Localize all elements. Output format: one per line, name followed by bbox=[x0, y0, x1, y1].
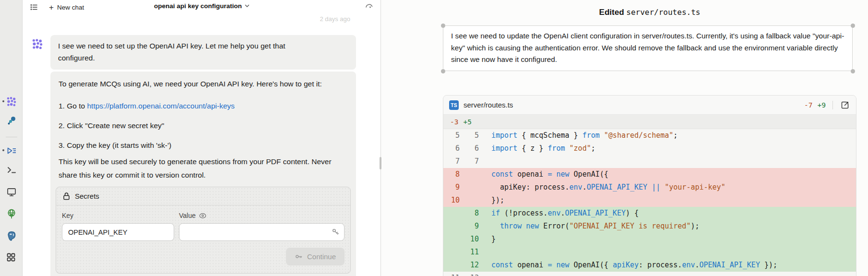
hunk-removed: -3 bbox=[450, 118, 458, 126]
header-separator bbox=[832, 101, 833, 109]
diff-card: TS server/routes.ts -7 +9 -3 +5 55import… bbox=[443, 95, 856, 276]
diff-row: 10}); bbox=[443, 194, 856, 207]
diff-row: 12const openai = new OpenAI({ apiKey: pr… bbox=[443, 259, 856, 272]
diff-row: 9 throw new Error("OPENAI_API_KEY is req… bbox=[443, 220, 856, 233]
hunk-stats: -3 +5 bbox=[443, 115, 856, 129]
diff-header: TS server/routes.ts -7 +9 bbox=[443, 96, 856, 115]
diff-row: 8const openai = new OpenAI({ bbox=[443, 168, 856, 181]
edit-preview-panel: Edited server/routes.ts I see we need to… bbox=[382, 0, 868, 276]
key-icon bbox=[295, 252, 303, 261]
selection-handle[interactable] bbox=[851, 69, 855, 73]
all-tools-icon[interactable] bbox=[6, 252, 17, 262]
workflows-icon[interactable] bbox=[6, 145, 17, 156]
secret-key-input[interactable] bbox=[62, 223, 174, 241]
continue-label: Continue bbox=[307, 252, 336, 261]
list-item: 1. Go to https://platform.openai.com/acc… bbox=[59, 100, 348, 112]
chevron-down-icon bbox=[245, 4, 250, 8]
value-label: Value bbox=[179, 212, 345, 219]
selection-handle[interactable] bbox=[441, 69, 445, 73]
panel-resize-handle[interactable] bbox=[380, 157, 381, 169]
agent-chat-panel: + New chat openai api key configuration … bbox=[23, 0, 380, 276]
chat-title-text: openai api key configuration bbox=[154, 2, 242, 10]
app-window: + New chat openai api key configuration … bbox=[0, 0, 868, 276]
lock-icon bbox=[63, 192, 70, 200]
diff-row: 11 bbox=[443, 246, 856, 259]
open-window-icon[interactable] bbox=[840, 100, 850, 110]
assistant-icon[interactable] bbox=[6, 115, 17, 126]
key-label: Key bbox=[62, 212, 174, 219]
api-keys-link[interactable]: https://platform.openai.com/account/api-… bbox=[87, 102, 235, 110]
tool-rail bbox=[0, 0, 23, 276]
agent-message: To generate MCQs using AI, we need your … bbox=[50, 72, 356, 276]
database-icon[interactable] bbox=[6, 230, 17, 242]
agent-active-dot bbox=[2, 100, 4, 102]
edit-description-box: I see we need to update the OpenAI clien… bbox=[443, 25, 853, 71]
gauge-icon[interactable] bbox=[365, 2, 373, 11]
chat-title-dropdown[interactable]: openai api key configuration bbox=[23, 2, 380, 10]
list-item: 2. Click "Create new secret key" bbox=[59, 120, 348, 132]
agent-message-text: I see we need to set up the OpenAI API k… bbox=[58, 40, 312, 64]
added-count: +9 bbox=[818, 101, 826, 109]
shell-icon[interactable] bbox=[6, 165, 17, 175]
diff-row: 66import { z } from "zod"; bbox=[443, 142, 856, 155]
edit-description-text: I see we need to update the OpenAI clien… bbox=[451, 32, 844, 63]
panel-title: Edited server/routes.ts bbox=[443, 8, 856, 17]
deployments-icon[interactable] bbox=[6, 208, 17, 219]
hunk-added: +5 bbox=[463, 118, 471, 126]
eye-icon[interactable] bbox=[199, 213, 206, 218]
secret-value-input[interactable] bbox=[179, 223, 345, 241]
secrets-body: Key Value bbox=[56, 205, 350, 273]
selection-handle[interactable] bbox=[851, 24, 855, 28]
panel-divider[interactable] bbox=[380, 0, 381, 276]
secrets-header: Secrets bbox=[56, 187, 350, 205]
diff-row: 1113 bbox=[443, 272, 856, 276]
workflows-active-dot bbox=[2, 149, 4, 151]
agent-icon[interactable] bbox=[6, 96, 17, 107]
diff-row: 8if (!process.env.OPENAI_API_KEY) { bbox=[443, 207, 856, 220]
agent-avatar-icon bbox=[32, 38, 43, 50]
agent-message: I see we need to set up the OpenAI API k… bbox=[50, 35, 356, 70]
diff-row: 55import { mcqSchema } from "@shared/sch… bbox=[443, 129, 856, 142]
selection-handle[interactable] bbox=[441, 24, 445, 28]
key-icon bbox=[331, 228, 340, 236]
agent-message-note: This key will be used securely to genera… bbox=[59, 155, 339, 182]
diff-row: 77 bbox=[443, 155, 856, 168]
chat-topbar: + New chat openai api key configuration bbox=[23, 0, 380, 14]
diff-row: 10} bbox=[443, 233, 856, 246]
message-timestamp: 2 days ago bbox=[320, 15, 350, 23]
continue-button[interactable]: Continue bbox=[286, 248, 345, 265]
diff-row: 9 apiKey: process.env.OPENAI_API_KEY || … bbox=[443, 181, 856, 194]
ts-badge: TS bbox=[449, 100, 459, 110]
diff-filename: server/routes.ts bbox=[464, 101, 799, 109]
secrets-card: Secrets Key Value bbox=[56, 187, 351, 274]
steps-list: 1. Go to https://platform.openai.com/acc… bbox=[59, 100, 348, 151]
list-item: 3. Copy the key (it starts with 'sk-') bbox=[59, 139, 348, 151]
agent-message-text: To generate MCQs using AI, we need your … bbox=[59, 77, 330, 90]
output-icon[interactable] bbox=[6, 187, 17, 197]
removed-count: -7 bbox=[804, 101, 812, 109]
diff-rows: 55import { mcqSchema } from "@shared/sch… bbox=[443, 129, 856, 276]
rail-divider bbox=[6, 137, 17, 137]
secrets-title: Secrets bbox=[75, 192, 99, 200]
